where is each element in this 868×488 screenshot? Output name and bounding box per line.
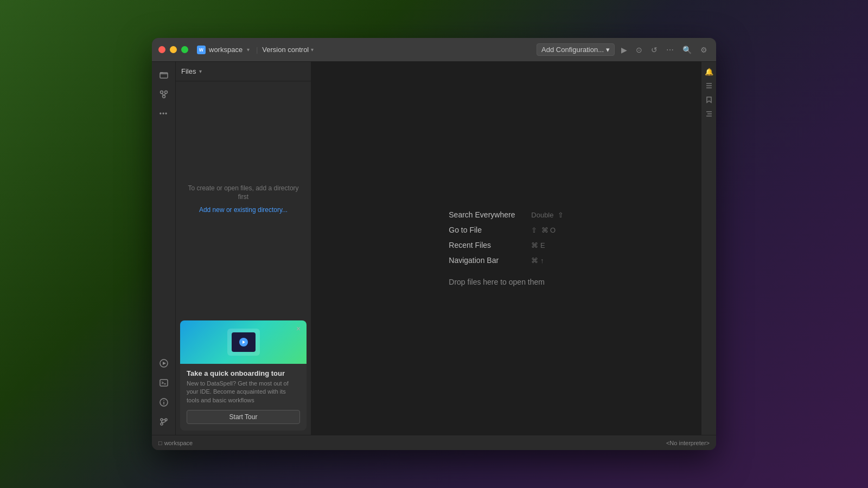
shortcuts-area: Search Everywhere Double ⇧ Go to File ⇧ … — [449, 210, 563, 286]
files-chevron-icon: ▾ — [199, 68, 202, 74]
files-label: Files — [181, 67, 196, 75]
drop-files-row: Drop files here to open them — [449, 273, 545, 286]
project-icon: w — [197, 46, 206, 54]
onboarding-close-button[interactable]: × — [293, 324, 303, 333]
project-selector[interactable]: w workspace ▾ — [197, 46, 250, 54]
onboarding-title: Take a quick onboarding tour — [187, 369, 300, 377]
sidebar-icon-structure[interactable] — [155, 86, 173, 103]
onboarding-image-screen — [232, 332, 256, 352]
onboarding-body: Take a quick onboarding tour New to Data… — [180, 364, 307, 431]
svg-point-14 — [161, 423, 163, 425]
workspace-status[interactable]: □ workspace — [158, 440, 193, 446]
version-control-label: Version control — [262, 46, 309, 54]
shortcut-label-search: Search Everywhere — [449, 210, 525, 219]
shortcut-row-nav: Navigation Bar ⌘ ↑ — [449, 256, 544, 265]
drop-files-text: Drop files here to open them — [449, 278, 545, 286]
app-window: w workspace ▾ | Version control ▾ Add Co… — [152, 38, 716, 450]
right-sidebar: 🔔 — [701, 62, 716, 435]
titlebar-actions: Add Configuration... ▾ ▶ ⊙ ↺ ⋯ 🔍 ⚙ — [537, 43, 710, 56]
settings-button[interactable]: ⚙ — [698, 43, 710, 56]
shortcut-label-recent: Recent Files — [449, 241, 525, 249]
svg-point-2 — [164, 91, 167, 94]
sidebar-icon-run[interactable] — [155, 355, 173, 372]
add-config-label: Add Configuration... — [541, 46, 604, 54]
shortcut-label-goto: Go to File — [449, 226, 525, 234]
more-icon: ••• — [159, 110, 168, 118]
refresh-button[interactable]: ↺ — [649, 43, 660, 56]
run-button[interactable]: ▶ — [619, 43, 629, 56]
debug-button[interactable]: ⊙ — [634, 43, 644, 56]
status-bar: □ workspace <No interpreter> — [152, 435, 716, 450]
close-icon: × — [296, 324, 301, 333]
onboarding-image-inner — [227, 329, 260, 356]
right-icon-list[interactable] — [704, 80, 714, 91]
minimize-button[interactable] — [170, 46, 177, 53]
start-tour-button[interactable]: Start Tour — [187, 410, 300, 424]
left-sidebar: ••• — [152, 62, 176, 435]
file-panel: Files ▾ To create or open files, add a d… — [176, 62, 311, 435]
right-icon-structure[interactable] — [704, 108, 714, 119]
titlebar: w workspace ▾ | Version control ▾ Add Co… — [152, 38, 716, 62]
onboarding-card: × Take a quick onboardi — [180, 320, 307, 431]
right-icon-bell[interactable]: 🔔 — [704, 66, 714, 77]
sidebar-icon-more[interactable]: ••• — [155, 105, 173, 123]
sidebar-icon-git[interactable] — [155, 413, 173, 431]
interpreter-status[interactable]: <No interpreter> — [666, 440, 710, 446]
shortcut-key-recent: ⌘ E — [531, 241, 545, 249]
svg-marker-7 — [163, 362, 166, 365]
no-directory-text: To create or open files, add a directory… — [187, 184, 300, 202]
workspace-status-icon: □ — [158, 440, 162, 446]
svg-marker-16 — [242, 341, 245, 344]
version-control-chevron-icon: ▾ — [311, 47, 314, 53]
project-chevron-icon: ▾ — [247, 47, 250, 53]
shortcut-row-recent: Recent Files ⌘ E — [449, 241, 545, 249]
sidebar-icon-folder[interactable] — [155, 66, 173, 84]
search-everywhere-button[interactable]: 🔍 — [680, 43, 694, 56]
add-directory-link[interactable]: Add new or existing directory... — [199, 206, 288, 214]
svg-point-13 — [161, 419, 163, 421]
svg-line-4 — [162, 94, 164, 95]
add-config-chevron-icon: ▾ — [606, 46, 610, 54]
traffic-lights — [158, 46, 188, 53]
svg-point-1 — [160, 91, 163, 94]
more-actions-button[interactable]: ⋯ — [664, 43, 676, 56]
onboarding-description: New to DataSpell? Get the most out of yo… — [187, 380, 300, 404]
project-name: workspace — [209, 46, 242, 54]
add-configuration-button[interactable]: Add Configuration... ▾ — [537, 43, 615, 56]
shortcut-row-goto: Go to File ⇧ ⌘ O — [449, 226, 556, 234]
sidebar-icon-terminal[interactable] — [155, 374, 173, 391]
main-layout: ••• — [152, 62, 716, 435]
close-button[interactable] — [158, 46, 165, 53]
svg-point-3 — [162, 95, 165, 98]
onboarding-image — [180, 320, 307, 364]
shortcut-key-nav: ⌘ ↑ — [531, 256, 544, 265]
file-panel-content: To create or open files, add a directory… — [176, 81, 311, 316]
shortcut-key-search: Double ⇧ — [531, 211, 563, 219]
shortcut-key-goto: ⇧ ⌘ O — [531, 226, 556, 234]
file-panel-header: Files ▾ — [176, 62, 311, 81]
sidebar-icon-info[interactable] — [155, 394, 173, 411]
workspace-status-label: workspace — [164, 440, 193, 446]
shortcut-label-nav: Navigation Bar — [449, 256, 525, 265]
svg-point-12 — [163, 400, 164, 401]
titlebar-separator: | — [256, 46, 258, 54]
onboarding-play-icon — [239, 338, 248, 346]
version-control-dropdown[interactable]: Version control ▾ — [262, 46, 314, 54]
svg-line-5 — [164, 94, 166, 95]
shortcut-row-search: Search Everywhere Double ⇧ — [449, 210, 563, 219]
main-content-area: Search Everywhere Double ⇧ Go to File ⇧ … — [311, 62, 701, 435]
maximize-button[interactable] — [181, 46, 188, 53]
right-icon-bookmark[interactable] — [704, 94, 714, 105]
